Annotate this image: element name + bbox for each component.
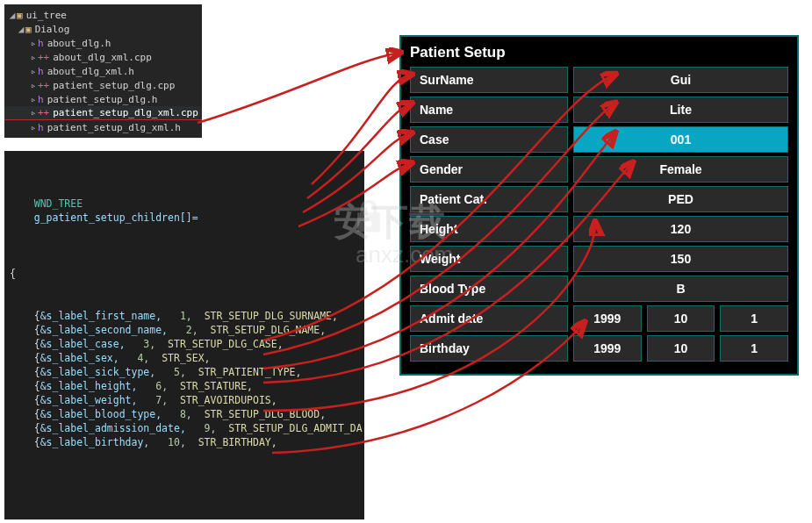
- cpp-file-icon: ++: [38, 107, 49, 118]
- dialog-row: Height120: [401, 216, 797, 242]
- header-file-icon: h: [38, 38, 44, 49]
- folder-icon: ▣: [25, 24, 32, 35]
- field-value[interactable]: 150: [573, 246, 788, 272]
- dialog-row: Blood TypeB: [401, 276, 797, 302]
- code-line: {&s_label_weight, 7, STR_AVOIRDUPOIS,: [10, 393, 359, 407]
- date-d-spinner[interactable]: 1: [720, 305, 788, 332]
- expand-icon: ▹: [29, 94, 38, 105]
- field-value[interactable]: B: [573, 276, 788, 302]
- tree-file[interactable]: ▹hpatient_setup_dlg.h: [4, 92, 202, 106]
- dialog-row: NameLite: [401, 97, 797, 123]
- code-line: {&s_label_blood_type, 8, STR_SETUP_DLG_B…: [10, 407, 359, 421]
- code-line: {&s_label_admission_date, 9, STR_SETUP_D…: [10, 421, 359, 435]
- code-type: WND_TREE: [34, 197, 83, 210]
- tree-file-name: patient_setup_dlg.h: [47, 94, 158, 105]
- field-label: Height: [410, 216, 568, 242]
- expand-icon: ▹: [29, 80, 38, 91]
- expand-icon: ▹: [29, 38, 38, 49]
- header-file-icon: h: [38, 94, 44, 105]
- tree-root[interactable]: ◢ ▣ ui_tree: [4, 8, 202, 22]
- collapse-icon: ◢: [17, 24, 25, 35]
- dialog-date-row: Birthday1999101: [401, 335, 797, 362]
- date-y-spinner[interactable]: 1999: [573, 305, 642, 332]
- brace-open: {: [10, 267, 359, 281]
- field-value[interactable]: Female: [573, 156, 788, 183]
- dialog-row: SurNameGui: [401, 67, 797, 93]
- tree-file-name: patient_setup_dlg_xml.cpp: [53, 107, 198, 118]
- field-value[interactable]: Lite: [573, 97, 788, 123]
- expand-icon: ▹: [29, 66, 38, 77]
- field-label: SurName: [410, 67, 568, 93]
- collapse-icon: ◢: [8, 10, 17, 21]
- header-file-icon: h: [38, 66, 44, 77]
- expand-icon: ▹: [29, 107, 38, 118]
- tree-file-name: about_dlg_xml.cpp: [53, 52, 152, 63]
- tree-file[interactable]: ▹++patient_setup_dlg.cpp: [4, 78, 202, 92]
- code-line: {&s_label_case, 3, STR_SETUP_DLG_CASE,: [10, 337, 359, 351]
- dialog-row: Weight150: [401, 246, 797, 272]
- tree-folder[interactable]: ◢ ▣ Dialog: [4, 22, 202, 36]
- code-line: {&s_label_sex, 4, STR_SEX,: [10, 351, 359, 365]
- date-m-spinner[interactable]: 10: [647, 335, 715, 362]
- patient-setup-dialog: Patient Setup SurNameGuiNameLiteCase001G…: [399, 35, 799, 376]
- field-value[interactable]: 001: [573, 126, 788, 153]
- expand-icon: ▹: [29, 122, 38, 133]
- cpp-file-icon: ++: [38, 52, 49, 63]
- dialog-row: GenderFemale: [401, 156, 797, 183]
- field-value[interactable]: 120: [573, 216, 788, 242]
- code-line: {&s_label_first_name, 1, STR_SETUP_DLG_S…: [10, 309, 359, 323]
- expand-icon: ▹: [29, 52, 38, 63]
- date-m-spinner[interactable]: 10: [647, 305, 715, 332]
- dialog-title: Patient Setup: [401, 37, 797, 67]
- code-line: {&s_label_birthday, 10, STR_BIRTHDAY,: [10, 435, 359, 449]
- code-line: {&s_label_sick_type, 5, STR_PATIENT_TYPE…: [10, 365, 359, 379]
- tree-folder-label: Dialog: [35, 24, 70, 35]
- code-var: g_patient_setup_children[]=: [34, 211, 198, 224]
- tree-file[interactable]: ▹habout_dlg_xml.h: [4, 64, 202, 78]
- field-label: Name: [410, 97, 568, 123]
- field-label: Case: [410, 126, 568, 153]
- tree-file[interactable]: ▹++patient_setup_dlg_xml.cpp: [4, 106, 202, 120]
- field-label: Admit date: [410, 305, 568, 332]
- tree-file[interactable]: ▹habout_dlg.h: [4, 36, 202, 50]
- tree-root-label: ui_tree: [26, 10, 67, 21]
- dialog-date-row: Admit date1999101: [401, 305, 797, 332]
- code-line: {&s_label_height, 6, STR_STATURE,: [10, 379, 359, 393]
- field-label: Gender: [410, 156, 568, 183]
- cpp-file-icon: ++: [38, 80, 49, 91]
- field-label: Blood Type: [410, 276, 568, 302]
- field-value[interactable]: Gui: [573, 67, 788, 93]
- field-label: Weight: [410, 246, 568, 272]
- date-y-spinner[interactable]: 1999: [573, 335, 642, 362]
- field-label: Patient Cat.: [410, 186, 568, 212]
- tree-file-name: patient_setup_dlg_xml.h: [47, 122, 181, 133]
- file-tree: ◢ ▣ ui_tree ◢ ▣ Dialog ▹habout_dlg.h▹++a…: [4, 4, 202, 138]
- field-value[interactable]: PED: [573, 186, 788, 212]
- date-d-spinner[interactable]: 1: [720, 335, 788, 362]
- code-line: {&s_label_second_name, 2, STR_SETUP_DLG_…: [10, 323, 359, 337]
- header-file-icon: h: [38, 122, 44, 133]
- folder-icon: ▣: [17, 10, 23, 21]
- tree-file-name: patient_setup_dlg.cpp: [53, 80, 175, 91]
- tree-file[interactable]: ▹hpatient_setup_dlg_xml.h: [4, 120, 202, 134]
- tree-file-name: about_dlg_xml.h: [47, 66, 134, 77]
- tree-file-name: about_dlg.h: [47, 38, 111, 49]
- dialog-row: Case001: [401, 126, 797, 153]
- code-editor[interactable]: WND_TREE g_patient_setup_children[]= { {…: [4, 151, 364, 519]
- field-label: Birthday: [410, 335, 568, 362]
- dialog-row: Patient Cat.PED: [401, 186, 797, 212]
- tree-file[interactable]: ▹++about_dlg_xml.cpp: [4, 50, 202, 64]
